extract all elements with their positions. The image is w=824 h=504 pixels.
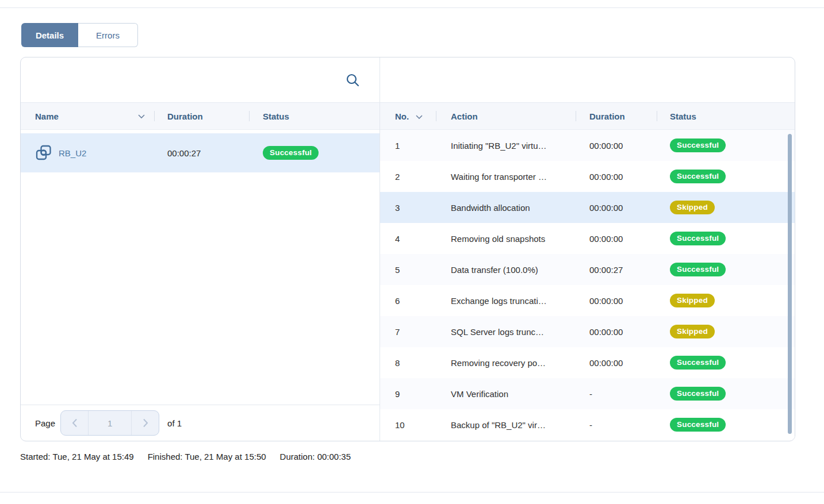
action-duration: 00:00:00 (576, 203, 657, 213)
started-label: Started: Tue, 21 May at 15:49 (20, 452, 134, 461)
action-status-cell: Successful (657, 263, 795, 277)
action-status-cell: Successful (657, 387, 795, 401)
status-badge: Successful (670, 356, 726, 370)
action-duration: 00:00:00 (576, 358, 657, 368)
action-label: Initiating "RB_U2" virtu… (436, 141, 576, 151)
action-duration: 00:00:27 (576, 265, 657, 275)
column-header-name-label: Name (35, 111, 59, 121)
status-badge: Successful (670, 418, 726, 432)
column-header-status-label: Status (263, 111, 289, 121)
status-badge: Successful (670, 138, 726, 153)
action-status-cell: Successful (657, 138, 795, 153)
chevron-down-icon[interactable] (416, 115, 423, 120)
action-duration: - (576, 389, 657, 399)
column-header-status[interactable]: Status (657, 103, 795, 129)
action-duration: - (576, 420, 657, 430)
action-label: SQL Server logs trunc… (436, 327, 576, 337)
column-header-no[interactable]: No. (380, 103, 436, 129)
chevron-down-icon[interactable] (138, 114, 145, 119)
vm-duration-cell: 00:00:27 (154, 148, 249, 158)
action-label: Data transfer (100.0%) (436, 265, 576, 275)
action-no: 4 (380, 234, 436, 244)
action-label: VM Verification (436, 389, 576, 399)
vm-icon (35, 145, 52, 161)
status-badge: Successful (263, 146, 319, 160)
action-duration: 00:00:00 (576, 234, 657, 244)
action-no: 1 (380, 141, 436, 151)
action-no: 6 (380, 296, 436, 306)
column-header-action-label: Action (451, 111, 478, 121)
vm-status-cell: Successful (249, 146, 380, 160)
column-header-status[interactable]: Status (249, 103, 380, 129)
status-badge: Skipped (670, 201, 715, 215)
action-label: Backup of "RB_U2" vir… (436, 420, 576, 430)
top-divider (0, 7, 824, 8)
column-header-name[interactable]: Name (21, 103, 154, 129)
bottom-divider (0, 492, 824, 493)
pagination-bar: Page 1 of 1 (21, 405, 380, 441)
action-duration: 00:00:00 (576, 327, 657, 337)
job-details-screen: Details Errors Name (0, 0, 824, 504)
table-row-action[interactable]: 5 Data transfer (100.0%) 00:00:27 Succes… (380, 254, 795, 285)
action-status-cell: Skipped (657, 325, 795, 339)
table-row-action[interactable]: 4 Removing old snapshots 00:00:00 Succes… (380, 223, 795, 254)
action-no: 9 (380, 389, 436, 399)
action-label: Bandwidth allocation (436, 203, 576, 213)
details-card: Name Duration Status (20, 57, 795, 441)
vm-table-header: Name Duration Status (21, 102, 380, 130)
actions-panel-header-spacer (380, 57, 795, 102)
search-icon[interactable] (343, 70, 362, 90)
table-row-action[interactable]: 7 SQL Server logs trunc… 00:00:00 Skippe… (380, 316, 795, 347)
tab-details[interactable]: Details (21, 23, 78, 47)
vm-rows: RB_U2 00:00:27 Successful (21, 130, 380, 405)
action-status-cell: Successful (657, 356, 795, 370)
table-row-vm[interactable]: RB_U2 00:00:27 Successful (21, 133, 380, 172)
scrollbar-thumb[interactable] (788, 134, 792, 434)
table-row-action[interactable]: 6 Exchange logs truncati… 00:00:00 Skipp… (380, 285, 795, 316)
table-row-action[interactable]: 9 VM Verification - Successful (380, 378, 795, 409)
status-badge: Skipped (670, 325, 715, 339)
prev-page-button[interactable] (61, 411, 88, 435)
actions-table-header: No. Action Duration Status (380, 102, 795, 130)
action-label: Exchange logs truncati… (436, 296, 576, 306)
action-duration: 00:00:00 (576, 296, 657, 306)
action-no: 3 (380, 203, 436, 213)
table-row-action[interactable]: 8 Removing recovery po… 00:00:00 Success… (380, 347, 795, 378)
action-label: Removing old snapshots (436, 234, 576, 244)
action-no: 7 (380, 327, 436, 337)
table-row-action[interactable]: 3 Bandwidth allocation 00:00:00 Skipped (380, 192, 795, 223)
vm-list-panel: Name Duration Status (21, 57, 380, 441)
status-badge: Successful (670, 232, 726, 246)
status-badge: Successful (670, 387, 726, 401)
duration-label: Duration: 00:00:35 (280, 452, 351, 461)
column-header-duration-label: Duration (167, 111, 203, 121)
column-header-status-label: Status (670, 111, 696, 121)
vm-name-label: RB_U2 (59, 148, 86, 158)
table-row-action[interactable]: 1 Initiating "RB_U2" virtu… 00:00:00 Suc… (380, 130, 795, 161)
pager-control: 1 (60, 410, 159, 436)
tab-bar: Details Errors (21, 23, 138, 47)
action-duration: 00:00:00 (576, 141, 657, 151)
table-row-action[interactable]: 2 Waiting for transporter … 00:00:00 Suc… (380, 161, 795, 192)
action-label: Removing recovery po… (436, 358, 576, 368)
next-page-button[interactable] (132, 411, 159, 435)
action-label: Waiting for transporter … (436, 172, 576, 182)
action-duration: 00:00:00 (576, 172, 657, 182)
action-status-cell: Successful (657, 418, 795, 432)
column-header-action[interactable]: Action (436, 103, 576, 129)
status-badge: Successful (670, 170, 726, 184)
action-status-cell: Successful (657, 170, 795, 184)
action-rows: 1 Initiating "RB_U2" virtu… 00:00:00 Suc… (380, 130, 795, 441)
table-row-action[interactable]: 10 Backup of "RB_U2" vir… - Successful (380, 409, 795, 440)
action-status-cell: Skipped (657, 201, 795, 215)
actions-panel: No. Action Duration Status 1 (380, 57, 795, 441)
page-number-input[interactable]: 1 (88, 411, 132, 435)
column-header-duration[interactable]: Duration (154, 103, 249, 129)
action-no: 2 (380, 172, 436, 182)
search-bar[interactable] (21, 57, 380, 102)
action-no: 8 (380, 358, 436, 368)
status-badge: Successful (670, 263, 726, 277)
column-header-duration[interactable]: Duration (576, 103, 657, 129)
tab-errors[interactable]: Errors (78, 23, 138, 47)
finished-label: Finished: Tue, 21 May at 15:50 (148, 452, 266, 461)
